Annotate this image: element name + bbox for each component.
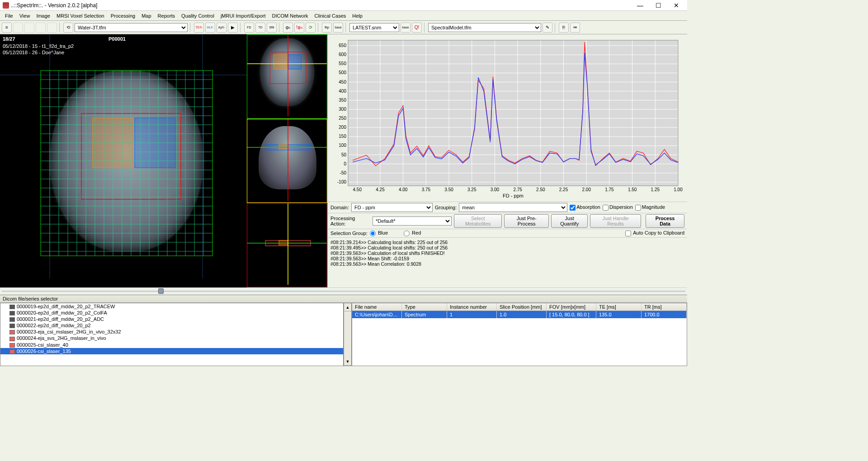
- series-item[interactable]: 0000026-csi_slaser_135: [0, 348, 343, 354]
- minimize-button[interactable]: —: [632, 1, 648, 10]
- table-header[interactable]: Slice Position [mm]: [497, 303, 547, 310]
- toolbar-btn-3: [24, 23, 34, 33]
- menu-jmrui[interactable]: jMRUI Import/Export: [217, 12, 269, 19]
- toolbar-apod[interactable]: Ap↻: [217, 23, 226, 33]
- series-item[interactable]: 0000024-eja_svs_2HG_mslaser_in_vivo: [0, 335, 343, 341]
- table-header[interactable]: FOV [mm]x[mm]: [547, 303, 596, 310]
- series-item[interactable]: 0000025-csi_slaser_40: [0, 342, 343, 348]
- menu-clinical[interactable]: Clinical Cases: [311, 12, 349, 19]
- toolbar: ≡ ⟲ Water-3T.tfm TD↻ HL↻ Ap↻ ▶ FD TD 0fi…: [0, 21, 687, 34]
- table-header[interactable]: Type: [402, 303, 447, 310]
- radio-blue[interactable]: Blue: [370, 230, 388, 236]
- triview-coronal[interactable]: [247, 119, 327, 203]
- select-metabolites-button: Select Metabolites: [454, 214, 501, 228]
- file-table[interactable]: File nameTypeInstance numberSlice Positi…: [352, 303, 687, 366]
- toolbar-btn-tdfid-flourr[interactable]: ≡: [2, 23, 12, 33]
- spectrum-plot[interactable]: -100-50050100150200250300350400450500550…: [328, 34, 687, 202]
- toolbar-baseline[interactable]: base: [333, 23, 343, 33]
- svg-rect-47: [288, 55, 302, 69]
- svg-text:-50: -50: [340, 170, 347, 175]
- svg-text:2.00: 2.00: [582, 187, 591, 192]
- table-header[interactable]: Instance number: [447, 303, 497, 310]
- log-area[interactable]: #08:21:39.214>> Calculating local shifts…: [328, 237, 687, 287]
- just-handle-results-button: Just Handle Results: [590, 214, 641, 228]
- series-item[interactable]: 0000020-ep2d_diff_mddw_20_p2_ColFA: [0, 310, 343, 316]
- menu-view[interactable]: View: [16, 12, 33, 19]
- series-scroll[interactable]: ▲ ▼: [344, 303, 352, 366]
- log-line: #08:21:39.214>> Calculating local shifts…: [330, 240, 684, 245]
- menu-image[interactable]: Image: [33, 12, 53, 19]
- bottom-panel: Dicom file/series selector 0000019-ep2d_…: [0, 295, 687, 366]
- svg-text:3.00: 3.00: [491, 187, 500, 192]
- magnitude-checkbox[interactable]: Magnitude: [635, 204, 665, 211]
- toolbar-qi-icon[interactable]: Q!: [412, 23, 422, 33]
- process-data-button[interactable]: Process Data: [646, 214, 684, 228]
- model-dropdown[interactable]: SpectralModel.tfm: [428, 23, 541, 32]
- domain-dropdown[interactable]: FD - ppm: [351, 203, 433, 212]
- svg-text:3.75: 3.75: [422, 187, 431, 192]
- menu-map[interactable]: Map: [138, 12, 154, 19]
- selection-group-label: Selection Group:: [330, 230, 368, 236]
- svg-text:650: 650: [339, 43, 346, 48]
- toolbar-flip-icon[interactable]: flip: [322, 23, 332, 33]
- toolbar-phi0-icon[interactable]: φ₀: [283, 23, 293, 33]
- slice-slider-thumb[interactable]: [158, 288, 164, 294]
- just-preprocess-button[interactable]: Just Pre-Process: [504, 214, 549, 228]
- link-icon[interactable]: ⟲: [63, 23, 73, 33]
- triview-axial[interactable]: [247, 34, 327, 119]
- toolbar-0filling[interactable]: 0fill: [267, 23, 277, 33]
- table-header[interactable]: TE [ms]: [596, 303, 642, 310]
- toolbar-btn-4: [36, 23, 46, 33]
- series-item[interactable]: 0000021-ep2d_diff_mddw_20_p2_ADC: [0, 316, 343, 322]
- svg-text:600: 600: [339, 52, 346, 57]
- table-header[interactable]: File name: [352, 303, 402, 310]
- menu-dicom[interactable]: DICOM Network: [269, 12, 311, 19]
- menu-processing[interactable]: Processing: [108, 12, 138, 19]
- processing-action-dropdown[interactable]: *Default*: [373, 216, 452, 226]
- triview-sagittal[interactable]: [247, 203, 327, 287]
- scroll-down-icon[interactable]: ▼: [344, 358, 351, 366]
- menu-qc[interactable]: Quality Control: [178, 12, 217, 19]
- svg-text:1.75: 1.75: [605, 187, 614, 192]
- svg-text:4.00: 4.00: [399, 187, 408, 192]
- toolbar-flag-icon[interactable]: ▶: [228, 23, 238, 33]
- radio-red[interactable]: Red: [404, 230, 421, 236]
- toolbar-tdfid-1[interactable]: TD↻: [194, 23, 204, 33]
- menubar: File View Image MRSI Voxel Selection Pro…: [0, 11, 687, 21]
- series-tree[interactable]: 0000019-ep2d_diff_mddw_20_p2_TRACEW00000…: [0, 303, 344, 366]
- toolbar-phi1-icon[interactable]: !φ₀: [294, 23, 304, 33]
- autocopy-checkbox[interactable]: Auto Copy to Clipboard: [625, 230, 684, 236]
- grouping-dropdown[interactable]: mean: [459, 203, 567, 212]
- toolbar-btn-2: [13, 23, 23, 33]
- just-quantify-button[interactable]: Just Quantify: [551, 214, 587, 228]
- dispersion-checkbox[interactable]: Dispersion: [603, 204, 633, 211]
- close-button[interactable]: ✕: [668, 1, 684, 10]
- table-header[interactable]: TR [ms]: [642, 303, 687, 310]
- domain-label: Domain:: [330, 205, 349, 210]
- snm-dropdown[interactable]: LATEST.snm: [349, 23, 399, 32]
- axial-viewer[interactable]: 18/27 P00001 05/12/2018 - 15 - t1_fl2d_t…: [0, 34, 247, 287]
- scroll-up-icon[interactable]: ▲: [344, 303, 351, 311]
- menu-mrsi-voxel[interactable]: MRSI Voxel Selection: [53, 12, 108, 19]
- menu-reports[interactable]: Reports: [155, 12, 179, 19]
- svg-text:2.75: 2.75: [513, 187, 522, 192]
- toolbar-baseline2[interactable]: base: [401, 23, 410, 33]
- toolbar-reset-icon[interactable]: ⟳: [306, 23, 316, 33]
- series-item[interactable]: 0000019-ep2d_diff_mddw_20_p2_TRACEW: [0, 303, 343, 310]
- menu-help[interactable]: Help: [349, 12, 366, 19]
- maximize-button[interactable]: ☐: [650, 1, 666, 10]
- menu-file[interactable]: File: [2, 12, 16, 19]
- slice-slider[interactable]: [0, 287, 687, 295]
- toolbar-copy-icon[interactable]: ⎘: [559, 23, 569, 33]
- series-item[interactable]: 0000023-eja_csi_mslaser_2HG_in_vivo_32x3…: [0, 329, 343, 335]
- series-item[interactable]: 0000022-ep2d_diff_mddw_20_p2: [0, 322, 343, 329]
- toolbar-hlsvd[interactable]: HL↻: [205, 23, 215, 33]
- svg-text:50: 50: [341, 152, 347, 157]
- table-row[interactable]: C:\Users\johan\Doc…Spectrum11.0[ 15.0, 8…: [352, 311, 687, 318]
- toolbar-list-icon[interactable]: ≔: [570, 23, 580, 33]
- protocol-dropdown[interactable]: Water-3T.tfm: [75, 23, 188, 32]
- absorption-checkbox[interactable]: Absorption: [570, 204, 600, 211]
- toolbar-offset-fd[interactable]: FD: [244, 23, 254, 33]
- toolbar-offset-td[interactable]: TD: [255, 23, 265, 33]
- toolbar-edit-icon[interactable]: ✎: [542, 23, 552, 33]
